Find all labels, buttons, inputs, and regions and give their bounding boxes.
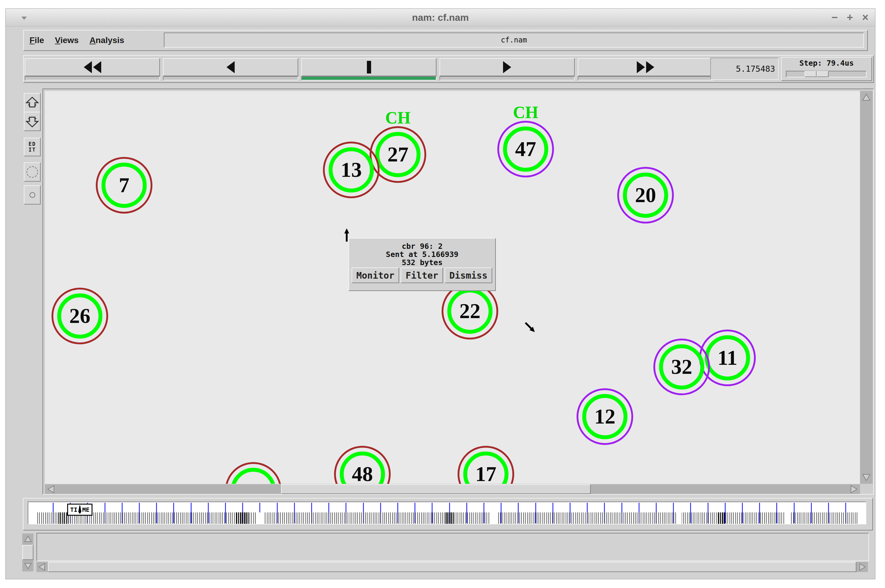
node-22[interactable]: 22: [442, 283, 498, 339]
scroll-right-arrow[interactable]: [848, 484, 860, 494]
cluster-head-label: CH: [385, 108, 411, 128]
timeline-dense-cluster: [446, 512, 454, 524]
menu-analysis[interactable]: Analysis: [88, 35, 126, 46]
step-back-button[interactable]: [163, 58, 298, 76]
scroll-up-arrow[interactable]: [860, 91, 873, 104]
packet-info-text: cbr 96: 2Sent at 5.166939532 bytes: [349, 242, 495, 267]
packet-info-line: 532 bytes: [349, 258, 495, 267]
large-circle-icon: [27, 166, 38, 178]
packet-info-line: Sent at 5.166939: [349, 250, 495, 258]
node-26[interactable]: 26: [51, 288, 108, 344]
minimize-button[interactable]: −: [831, 11, 838, 24]
timeline-gap: [676, 512, 682, 524]
scroll-up-arrow[interactable]: [22, 534, 33, 544]
timeline-strip[interactable]: TI ME: [28, 501, 866, 525]
canvas-vertical-scrollbar[interactable]: [860, 91, 873, 484]
node-id-label: 20: [617, 167, 674, 224]
rewind-icon: [93, 61, 101, 73]
back-icon: [226, 61, 235, 73]
zoom-out-button[interactable]: [24, 112, 40, 131]
time-marker[interactable]: TI ME: [67, 504, 93, 516]
menu-file[interactable]: File: [28, 35, 46, 46]
time-display: 5.175483: [710, 57, 778, 80]
timeline-panel: TI ME: [23, 498, 873, 531]
timeline-dense-cluster: [718, 512, 726, 524]
cluster-head-label: CH: [513, 103, 538, 122]
node-7[interactable]: 7: [96, 157, 152, 214]
menu-views[interactable]: Views: [53, 35, 80, 46]
trace-file-field[interactable]: cf.nam: [164, 33, 864, 48]
bottom-vertical-scrollbar[interactable]: [22, 534, 33, 572]
select-large-button[interactable]: [24, 162, 40, 182]
fast-forward-icon: [646, 61, 654, 73]
time-marker-pointer-icon: [78, 506, 81, 514]
scroll-down-arrow[interactable]: [22, 561, 33, 572]
rewind-indicator: [25, 76, 160, 80]
window-title: nam: cf.nam: [6, 9, 875, 26]
vscroll-thumb[interactable]: [22, 545, 33, 560]
node-17[interactable]: 17: [458, 446, 514, 484]
step-label: Step: 79.4us: [782, 59, 872, 68]
maximize-button[interactable]: +: [847, 11, 853, 24]
scroll-left-arrow[interactable]: [45, 484, 57, 494]
timeline-gap: [785, 512, 790, 524]
close-button[interactable]: ×: [862, 11, 868, 24]
menu-items: FileViewsAnalysis: [28, 30, 126, 50]
node-12[interactable]: 12: [576, 388, 633, 445]
animation-canvas[interactable]: cbr 96: 2Sent at 5.166939532 bytes Monit…: [45, 91, 860, 484]
select-small-button[interactable]: [24, 185, 40, 204]
scroll-right-arrow[interactable]: [857, 562, 868, 572]
rewind-icon: [84, 61, 92, 73]
hscroll-thumb[interactable]: [48, 562, 856, 572]
stop-icon: [367, 61, 371, 74]
stop-button[interactable]: [301, 58, 436, 76]
bottom-horizontal-scrollbar[interactable]: [36, 562, 868, 572]
node-id-label: 47: [497, 121, 554, 177]
node-47[interactable]: 47: [497, 121, 554, 177]
canvas-horizontal-scrollbar[interactable]: [45, 484, 860, 494]
step-panel: Step: 79.4us: [781, 57, 872, 81]
titlebar: nam: cf.nam − + ×: [6, 9, 875, 27]
filter-button[interactable]: Filter: [400, 267, 443, 283]
timeline-gap: [257, 512, 264, 524]
edit-label-line1: ED: [28, 141, 36, 147]
node[interactable]: [225, 462, 282, 484]
hscroll-thumb[interactable]: [281, 484, 591, 494]
zoom-out-arrow-icon: [25, 115, 39, 128]
time-marker-label-right: ME: [82, 506, 90, 513]
node-id-label: 22: [442, 283, 498, 339]
edit-label-line2: IT: [28, 147, 36, 153]
packet-arrow[interactable]: [525, 322, 537, 334]
fast-forward-button[interactable]: [578, 58, 713, 76]
node-20[interactable]: 20: [617, 167, 674, 224]
scroll-down-arrow[interactable]: [860, 471, 873, 484]
node-id-label: 12: [576, 388, 633, 445]
node-id-label: [225, 462, 282, 484]
play-indicator: [440, 76, 575, 80]
fast-forward-indicator: [578, 76, 713, 80]
edit-mode-button[interactable]: ED IT: [24, 138, 40, 156]
small-circle-icon: [30, 192, 35, 198]
packet-info-line: cbr 96: 2: [349, 242, 495, 250]
step-slider-handle[interactable]: [805, 71, 829, 77]
play-button[interactable]: [440, 58, 575, 76]
node-id-label: 13: [323, 142, 380, 198]
packet-info-popup: cbr 96: 2Sent at 5.166939532 bytes Monit…: [348, 238, 496, 291]
node-id-label: 26: [51, 288, 108, 344]
node-32[interactable]: 32: [653, 339, 710, 395]
zoom-in-button[interactable]: [24, 93, 40, 112]
node-id-label: 32: [653, 339, 710, 395]
step-slider[interactable]: [786, 71, 867, 77]
monitor-button[interactable]: Monitor: [351, 267, 399, 283]
fast-forward-icon: [637, 61, 645, 73]
rewind-button[interactable]: [25, 58, 160, 76]
node-48[interactable]: 48: [334, 446, 391, 484]
node-id-label: 48: [334, 446, 391, 484]
node-13[interactable]: 13: [323, 142, 380, 198]
dismiss-button[interactable]: Dismiss: [445, 267, 492, 283]
back-indicator: [163, 76, 298, 80]
timeline-dense-cluster: [236, 512, 249, 524]
nam-window: nam: cf.nam − + × FileViewsAnalysis cf.n…: [5, 8, 875, 579]
playback-toolbar: 5.175483 Step: 79.4us: [23, 55, 874, 83]
scroll-left-arrow[interactable]: [36, 562, 47, 572]
